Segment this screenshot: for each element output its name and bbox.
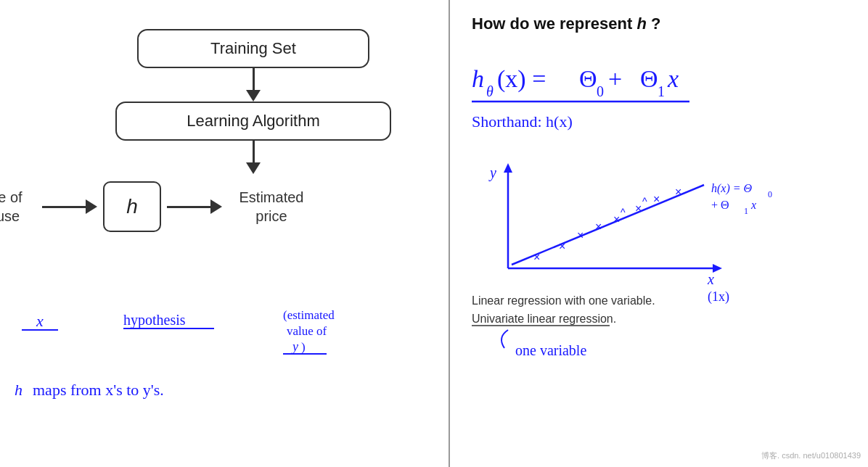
title-prefix: How do we represent: [472, 15, 636, 33]
svg-line-28: [512, 185, 704, 265]
svg-text:1: 1: [744, 206, 748, 216]
svg-text:×: ×: [533, 251, 540, 263]
learning-algorithm-box: Learning Algorithm: [115, 102, 391, 141]
svg-text:x: x: [750, 199, 756, 211]
svg-text:0: 0: [768, 189, 772, 199]
arrow-down-line-1: [253, 68, 255, 90]
svg-text:^: ^: [642, 196, 647, 207]
svg-text:×: ×: [595, 220, 602, 233]
svg-text:+ Θ: + Θ: [711, 199, 729, 211]
main-container: Training Set Learning Algorithm Size ofh…: [0, 0, 868, 467]
svg-text:×: ×: [559, 240, 565, 252]
training-set-box: Training Set: [137, 29, 369, 68]
svg-text:0: 0: [597, 83, 604, 99]
right-panel: How do we represent h ? h θ (x) = Θ 0 + …: [450, 0, 868, 467]
svg-text:y: y: [291, 339, 298, 354]
estimated-price-label: Estimatedprice: [235, 188, 308, 226]
svg-text:×: ×: [675, 186, 681, 198]
arrow-right-line-1: [42, 206, 86, 208]
svg-text:h: h: [15, 381, 22, 399]
svg-text:+: +: [608, 65, 622, 92]
right-title: How do we represent h ?: [472, 15, 846, 33]
svg-text:×: ×: [653, 193, 660, 205]
svg-text:(x) =: (x) =: [497, 65, 546, 93]
svg-text:x: x: [707, 271, 714, 287]
h-row: Size ofhouse h Estimatedprice: [0, 181, 434, 232]
arrow-right-from-h: [167, 199, 222, 214]
title-h: h: [636, 15, 646, 33]
svg-text:y: y: [488, 165, 496, 181]
arrow-right-to-h: [42, 199, 97, 214]
svg-text:^: ^: [621, 207, 626, 218]
left-panel: Training Set Learning Algorithm Size ofh…: [0, 0, 450, 467]
training-set-label: Training Set: [210, 39, 296, 57]
svg-text:θ: θ: [486, 83, 494, 99]
svg-text:): ): [301, 340, 306, 354]
svg-text:(estimated: (estimated: [283, 308, 335, 322]
h-label: h: [126, 195, 138, 218]
svg-text:value of: value of: [287, 324, 327, 338]
svg-text:hypothesis: hypothesis: [123, 312, 186, 328]
title-suffix: ?: [647, 15, 661, 33]
h-box: h: [103, 181, 161, 232]
svg-text:x: x: [36, 312, 44, 330]
flow-diagram: Training Set Learning Algorithm: [73, 29, 434, 174]
svg-marker-25: [713, 264, 722, 273]
svg-text:Univariate linear regression.: Univariate linear regression.: [472, 313, 616, 325]
svg-text:h(x) = Θ: h(x) = Θ: [711, 182, 753, 195]
svg-text:(1x): (1x): [708, 289, 729, 305]
svg-text:maps   from   x's  to  y's.: maps from x's to y's.: [33, 381, 164, 399]
svg-text:×: ×: [613, 213, 620, 226]
svg-marker-23: [504, 163, 512, 173]
svg-text:Shorthand:  h(x): Shorthand: h(x): [472, 112, 573, 131]
svg-text:Linear regression with one var: Linear regression with one variable.: [472, 294, 655, 307]
svg-text:Θ: Θ: [579, 65, 597, 92]
arrow-down-head-2: [246, 162, 261, 174]
right-annotations-svg: h θ (x) = Θ 0 + Θ 1 x Shorthand: h(x): [450, 0, 868, 467]
svg-text:h: h: [472, 65, 484, 92]
arrow-down-line-2: [253, 141, 255, 162]
svg-text:x: x: [667, 65, 679, 92]
arrow-right-head-1: [86, 199, 97, 214]
svg-text:×: ×: [577, 229, 584, 241]
arrow-right-line-2: [167, 206, 210, 208]
arrow-right-head-2: [210, 199, 222, 214]
svg-text:1: 1: [658, 83, 665, 99]
arrow-down-head-1: [246, 90, 261, 102]
learning-algorithm-label: Learning Algorithm: [187, 112, 319, 130]
size-of-house-label: Size ofhouse: [0, 188, 29, 226]
svg-text:×: ×: [635, 202, 642, 215]
svg-text:Θ: Θ: [640, 65, 658, 92]
watermark: 博客. csdn. net/u010801439: [761, 450, 861, 461]
svg-text:one  variable: one variable: [515, 342, 586, 358]
